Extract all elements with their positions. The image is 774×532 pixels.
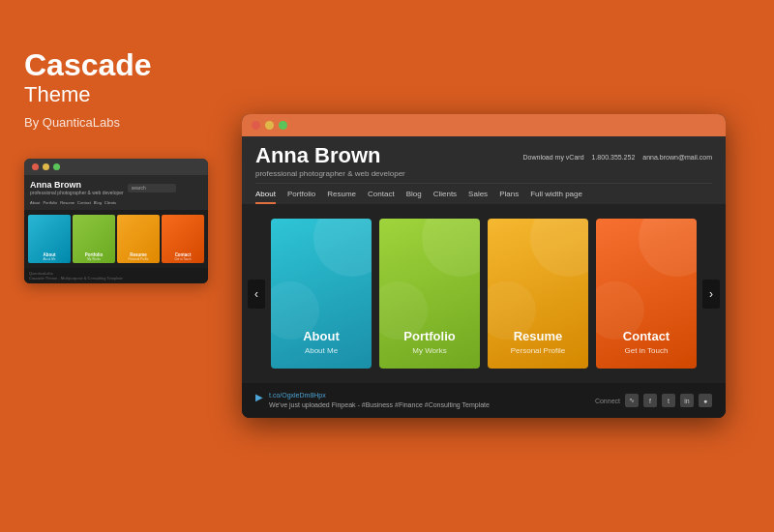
large-card-portfolio-sub: My Works [412,346,446,355]
large-card-about[interactable]: About About Me [271,219,372,369]
email-address: anna.brown@mail.com [642,154,712,161]
small-card-portfolio-sub: My Works [87,257,100,261]
footer-tweet: ▶ t.co/OgxleDm8Hpx We've just uploaded F… [255,391,490,410]
large-card-about-label: About [303,329,340,343]
small-nav-clients: Clients [104,200,116,205]
large-title-bar [242,114,726,136]
large-card-resume-label: Resume [514,329,563,343]
large-dot-yellow [265,121,274,130]
twitter-social-icon[interactable]: t [662,394,675,407]
small-person-name: Anna Brown [30,180,124,190]
small-card-about-sub: About Me [44,257,56,261]
large-subtitle: professional photographer & web develope… [255,169,405,178]
dot-green [53,163,60,170]
tweet-handle: t.co/OgxleDm8Hpx [269,392,326,399]
prev-arrow[interactable]: ‹ [248,280,265,309]
large-cards-area: ‹ About About Me Portfolio My Works Resu… [242,204,726,383]
large-cards: About About Me Portfolio My Works Resume… [271,219,697,369]
small-nav-contact: Contact [77,200,91,205]
facebook-icon[interactable]: f [643,394,657,407]
large-card-contact[interactable]: Contact Get in Touch [596,219,697,369]
connect-label: Connect [595,398,620,404]
large-card-portfolio-label: Portfolio [403,329,455,343]
small-nav: About Portfolio Resume Contact Blog Clie… [30,198,202,207]
large-card-resume[interactable]: Resume Personal Profile [488,219,588,369]
large-dot-green [279,121,287,130]
small-nav-blog: Blog [94,200,102,205]
small-nav-about: About [30,200,40,205]
small-nav-resume: Resume [60,200,74,205]
left-panel: Cascade Theme By QuanticaLabs Anna Brown… [0,0,223,312]
small-nav-portfolio: Portfolio [43,200,57,205]
nav-about[interactable]: About [255,190,276,204]
linkedin-icon[interactable]: in [680,394,694,407]
small-card-contact: Contact Get in Touch [162,215,204,263]
large-nav: About Portfolio Resume Contact Blog Clie… [255,183,712,204]
large-card-portfolio[interactable]: Portfolio My Works [379,219,480,369]
nav-portfolio[interactable]: Portfolio [287,190,315,204]
small-header: Anna Brown professional photographer & w… [24,175,208,210]
small-preview-window: Anna Brown professional photographer & w… [24,159,208,283]
large-header-top: Anna Brown professional photographer & w… [255,144,712,178]
dot-yellow [43,163,49,170]
phone-number: 1.800.355.252 [592,154,636,161]
large-card-resume-sub: Personal Profile [511,346,565,355]
by-label: By QuanticaLabs [24,115,198,130]
large-footer: ▶ t.co/OgxleDm8Hpx We've just uploaded F… [242,383,726,418]
twitter-icon: ▶ [255,392,263,402]
nav-contact[interactable]: Contact [368,190,395,204]
nav-fullwidth[interactable]: Full width page [530,190,582,204]
nav-sales[interactable]: Sales [468,190,488,204]
small-preview-content: Anna Brown professional photographer & w… [24,175,208,283]
large-preview-window: Anna Brown professional photographer & w… [242,114,726,418]
large-header: Anna Brown professional photographer & w… [242,136,726,204]
theme-name: Cascade [24,48,198,82]
rss-icon[interactable]: ∿ [625,394,639,407]
tweet-text: t.co/OgxleDm8Hpx We've just uploaded Fin… [269,391,490,410]
nav-blog[interactable]: Blog [406,190,422,204]
small-card-contact-sub: Get in Touch [175,257,192,261]
large-person-name: Anna Brown [255,144,405,167]
camera-icon[interactable]: ● [699,394,712,407]
small-card-resume: Resume Personal Profile [117,215,160,263]
small-search-bar[interactable]: search [128,184,176,192]
small-subtitle: professional photographer & web develope… [30,190,124,195]
dot-red [32,163,39,170]
large-dot-red [252,121,260,130]
small-card-portfolio: Portfolio My Works [73,215,115,263]
large-card-contact-sub: Get in Touch [625,346,669,355]
theme-label: Theme [24,82,198,107]
large-inner: Anna Brown professional photographer & w… [242,136,726,418]
nav-clients[interactable]: Clients [433,190,457,204]
large-contact-info: Download my vCard 1.800.355.252 anna.bro… [523,154,713,161]
download-vcard[interactable]: Download my vCard [523,154,584,161]
small-card-resume-sub: Personal Profile [128,257,148,261]
large-name-block: Anna Brown professional photographer & w… [255,144,405,178]
small-card-about: About About Me [28,215,71,263]
small-title-bar [24,159,208,175]
nav-resume[interactable]: Resume [327,190,356,204]
small-footer: QuanticaLabs Cascade Theme - Multipurpos… [24,268,208,283]
footer-connect: Connect ∿ f t in ● [595,394,712,407]
large-card-contact-label: Contact [623,329,670,343]
small-cards-area: About About Me Portfolio My Works Resume… [24,210,208,268]
tweet-content: We've just uploaded Finpeak - #Business … [269,401,490,408]
small-footer-sub: Cascade Theme - Multipurpose & Consultin… [29,276,203,281]
large-card-about-sub: About Me [305,346,338,355]
nav-plans[interactable]: Plans [499,190,519,204]
next-arrow[interactable]: › [702,280,720,309]
